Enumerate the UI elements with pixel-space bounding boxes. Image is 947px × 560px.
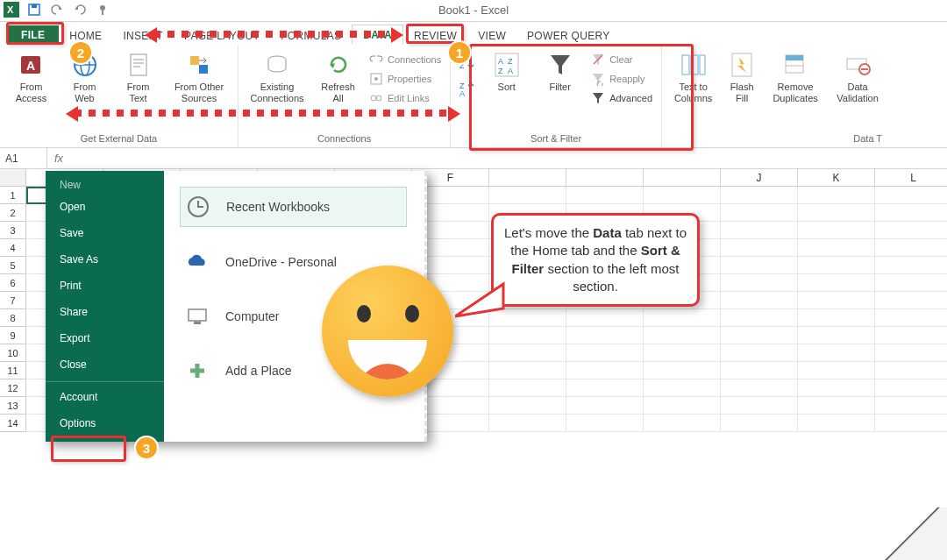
cell[interactable]	[721, 222, 798, 239]
cell[interactable]	[875, 274, 947, 292]
cell[interactable]	[566, 397, 644, 415]
col-header[interactable]	[489, 169, 566, 187]
edit-links-button[interactable]: Edit Links	[367, 90, 443, 106]
cell[interactable]	[489, 397, 566, 415]
row-header[interactable]: 2	[0, 204, 26, 222]
from-access-button[interactable]: A From Access	[7, 50, 55, 103]
col-header[interactable]: L	[875, 169, 947, 187]
from-other-button[interactable]: From Other Sources	[167, 50, 231, 103]
tab-powerquery[interactable]: POWER QUERY	[516, 26, 620, 45]
cell[interactable]	[798, 397, 875, 415]
cell[interactable]	[644, 379, 721, 397]
cell[interactable]	[875, 362, 947, 379]
qat-touch-icon[interactable]	[95, 2, 110, 18]
cell[interactable]	[566, 327, 644, 344]
data-validation-button[interactable]: Data Validation	[830, 50, 886, 103]
qat-redo-icon[interactable]	[72, 2, 88, 18]
col-header[interactable]	[644, 169, 721, 187]
cell[interactable]	[798, 415, 875, 432]
cell[interactable]	[644, 327, 721, 344]
fx-icon[interactable]: fx	[54, 152, 63, 165]
cell[interactable]	[875, 239, 947, 257]
cell[interactable]	[489, 379, 566, 397]
row-header[interactable]: 8	[0, 309, 26, 327]
cell[interactable]	[798, 309, 875, 327]
cell[interactable]	[721, 239, 798, 257]
backstage-new[interactable]: New	[46, 176, 164, 194]
col-header[interactable]: K	[798, 169, 875, 187]
backstage-export[interactable]: Export	[46, 325, 164, 351]
cell[interactable]	[489, 415, 566, 432]
cell[interactable]	[798, 204, 875, 222]
cell[interactable]	[721, 362, 798, 379]
cell[interactable]	[875, 397, 947, 415]
cell[interactable]	[644, 309, 721, 327]
cell[interactable]	[721, 344, 798, 362]
remove-duplicates-button[interactable]: Remove Duplicates	[766, 50, 824, 103]
cell[interactable]	[489, 344, 566, 362]
col-header[interactable]: J	[721, 169, 798, 187]
qat-save-icon[interactable]	[26, 2, 42, 18]
cell[interactable]	[489, 362, 566, 379]
cell[interactable]	[721, 292, 798, 309]
cell[interactable]	[798, 222, 875, 239]
backstage-options[interactable]: Options	[46, 410, 164, 436]
flash-fill-button[interactable]: Flash Fill	[723, 50, 761, 103]
existing-connections-button[interactable]: Existing Connections	[246, 50, 309, 103]
cell[interactable]	[798, 257, 875, 274]
cell[interactable]	[566, 187, 644, 204]
row-header[interactable]: 12	[0, 379, 26, 397]
cell[interactable]	[644, 187, 721, 204]
cell[interactable]	[798, 274, 875, 292]
cell[interactable]	[566, 344, 644, 362]
backstage-open[interactable]: Open	[46, 194, 164, 220]
backstage-share[interactable]: Share	[46, 299, 164, 325]
row-header[interactable]: 11	[0, 362, 26, 379]
row-header[interactable]: 7	[0, 292, 26, 309]
from-text-button[interactable]: From Text	[114, 50, 162, 103]
cell[interactable]	[644, 397, 721, 415]
cell[interactable]	[798, 344, 875, 362]
cell[interactable]	[798, 362, 875, 379]
loc-recent[interactable]: Recent Workbooks	[180, 187, 407, 227]
row-header[interactable]: 6	[0, 274, 26, 292]
properties-button[interactable]: Properties	[367, 71, 443, 87]
cell[interactable]	[875, 222, 947, 239]
backstage-save-as[interactable]: Save As	[46, 246, 164, 273]
cell[interactable]	[566, 415, 644, 432]
cell[interactable]	[875, 309, 947, 327]
cell[interactable]	[875, 327, 947, 344]
cell[interactable]	[798, 379, 875, 397]
cell[interactable]	[721, 327, 798, 344]
cell[interactable]	[721, 397, 798, 415]
row-header[interactable]: 1	[0, 187, 26, 204]
cell[interactable]	[566, 309, 644, 327]
refresh-all-button[interactable]: Refresh All	[314, 50, 362, 103]
tab-view[interactable]: VIEW	[467, 26, 516, 45]
cell[interactable]	[721, 257, 798, 274]
cell[interactable]	[644, 362, 721, 379]
cell[interactable]	[875, 187, 947, 204]
cell[interactable]	[875, 415, 947, 432]
row-header[interactable]: 14	[0, 415, 26, 432]
select-all-corner[interactable]	[0, 169, 26, 187]
name-box[interactable]: A1	[0, 148, 47, 168]
cell[interactable]	[721, 274, 798, 292]
connections-button[interactable]: Connections	[367, 52, 443, 67]
cell[interactable]	[721, 415, 798, 432]
cell[interactable]	[644, 415, 721, 432]
cell[interactable]	[798, 292, 875, 309]
cell[interactable]	[875, 204, 947, 222]
cell[interactable]	[489, 187, 566, 204]
cell[interactable]	[721, 187, 798, 204]
cell[interactable]	[721, 379, 798, 397]
cell[interactable]	[644, 344, 721, 362]
cell[interactable]	[875, 344, 947, 362]
row-header[interactable]: 4	[0, 239, 26, 257]
cell[interactable]	[721, 204, 798, 222]
backstage-save[interactable]: Save	[46, 220, 164, 246]
cell[interactable]	[721, 309, 798, 327]
backstage-close[interactable]: Close	[46, 351, 164, 378]
col-header[interactable]	[566, 169, 644, 187]
row-header[interactable]: 9	[0, 327, 26, 344]
